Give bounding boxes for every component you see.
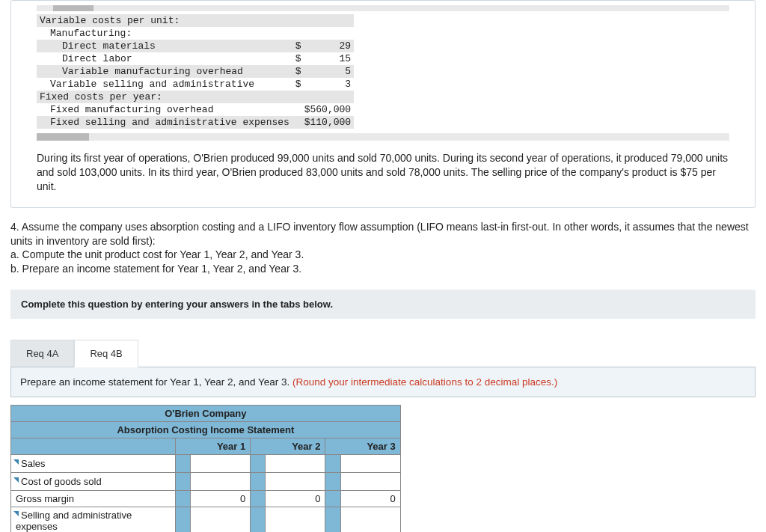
input-y3-sga[interactable] [346, 515, 396, 528]
calc-y3-gross: 0 [340, 491, 400, 507]
heading-manufacturing: Manufacturing: [37, 27, 354, 40]
row-label: Variable selling and administrative [37, 78, 292, 91]
problem-card: Variable costs per unit: Manufacturing: … [10, 0, 756, 208]
col-year1: Year 1 [176, 438, 251, 455]
flag-icon [13, 459, 19, 465]
tabs: Req 4A Req 4B [10, 340, 756, 367]
tab-instruction-hint: (Round your intermediate calculations to… [292, 376, 557, 388]
input-y3-sales[interactable] [346, 457, 396, 470]
row-sales: Sales [11, 455, 176, 473]
tab-instruction: Prepare an income statement for Year 1, … [10, 367, 756, 397]
table-row: Selling and administrative expenses [11, 507, 401, 532]
calc-y2-gross: 0 [266, 491, 325, 507]
input-y3-cogs[interactable] [346, 475, 396, 488]
question-block: 4. Assume the company uses absorption co… [10, 220, 756, 277]
scroll-thumb[interactable] [37, 133, 89, 141]
row-label: Direct labor [37, 52, 292, 65]
table-row: Gross margin 0 0 0 [11, 491, 401, 507]
scrollbar-vertical-top[interactable] [37, 5, 729, 11]
row-gross: Gross margin [11, 491, 176, 507]
row-label: Fixed manufacturing overhead [37, 103, 292, 116]
table-row: Sales [11, 455, 401, 473]
question-stem: 4. Assume the company uses absorption co… [10, 220, 756, 248]
calc-y1-gross: 0 [191, 491, 251, 507]
input-y1-sales[interactable] [195, 457, 245, 470]
instruction-bar: Complete this question by entering your … [10, 290, 756, 319]
row-sga: Selling and administrative expenses [11, 507, 176, 532]
table-row: Cost of goods sold [11, 473, 401, 491]
scrollbar-horizontal[interactable] [37, 133, 729, 141]
worksheet-company: O'Brien Company [11, 406, 401, 422]
row-cogs: Cost of goods sold [11, 473, 176, 491]
row-label: Fixed selling and administrative expense… [37, 116, 292, 129]
question-part-b: b. Prepare an income statement for Year … [10, 262, 756, 276]
narrative-paragraph: During its first year of operations, O'B… [37, 151, 729, 194]
worksheet-table: O'Brien Company Absorption Costing Incom… [10, 405, 401, 532]
question-part-a: a. Compute the unit product cost for Yea… [10, 248, 756, 262]
worksheet-title: Absorption Costing Income Statement [11, 422, 401, 438]
flag-icon [13, 511, 19, 516]
input-y2-sales[interactable] [270, 457, 320, 470]
tab-req-4b[interactable]: Req 4B [74, 340, 138, 367]
col-year2: Year 2 [251, 438, 325, 455]
input-y2-sga[interactable] [270, 515, 320, 528]
input-y1-sga[interactable] [195, 515, 245, 528]
input-y1-cogs[interactable] [195, 475, 245, 488]
heading-variable: Variable costs per unit: [37, 14, 354, 27]
flag-icon [13, 477, 19, 483]
blank-header [11, 438, 176, 455]
heading-fixed: Fixed costs per year: [37, 91, 354, 103]
tab-instruction-main: Prepare an income statement for Year 1, … [20, 376, 292, 388]
row-label: Variable manufacturing overhead [37, 65, 292, 78]
tab-req-4a[interactable]: Req 4A [10, 340, 74, 367]
col-year3: Year 3 [325, 438, 400, 455]
scroll-thumb[interactable] [53, 5, 94, 11]
input-y2-cogs[interactable] [270, 475, 320, 488]
row-label: Direct materials [37, 40, 292, 52]
cost-table: Variable costs per unit: Manufacturing: … [37, 14, 354, 129]
